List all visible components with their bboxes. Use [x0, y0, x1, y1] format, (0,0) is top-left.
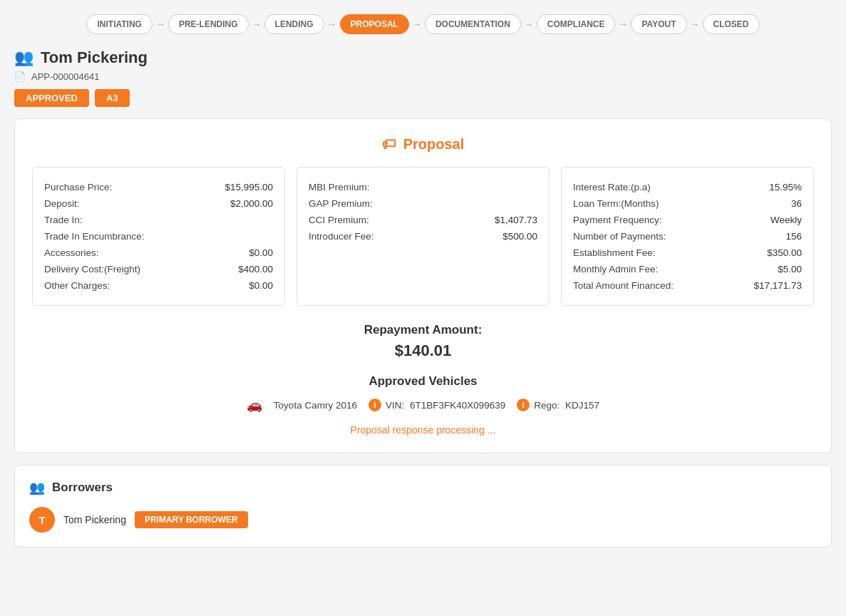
primary-borrower-badge: PRIMARY BORROWER	[135, 511, 248, 528]
badges-row: APPROVED A3	[14, 89, 832, 107]
arrow-6: →	[618, 19, 628, 30]
left-info-box: Purchase Price: $15,995.00 Deposit: $2,0…	[32, 167, 285, 306]
arrow-4: →	[412, 19, 422, 30]
deposit-label: Deposit:	[44, 198, 80, 209]
introducer-fee-row: Introducer Fee: $500.00	[309, 228, 537, 245]
borrowers-section: 👥 Borrowers T Tom Pickering PRIMARY BORR…	[14, 465, 832, 548]
step-pre-lending[interactable]: PRE-LENDING	[168, 14, 249, 34]
accessories-label: Accessories:	[44, 247, 99, 258]
app-id-text: APP-000004641	[31, 71, 99, 82]
establishment-fee-row: Establishment Fee: $350.00	[573, 245, 802, 261]
monthly-admin-fee-row: Monthly Admin Fee: $5.00	[573, 261, 802, 277]
proposal-icon: 🏷	[382, 136, 396, 153]
borrower-row: T Tom Pickering PRIMARY BORROWER	[29, 507, 817, 533]
vin-detail: i VIN: 6T1BF3FK40X099639	[368, 399, 505, 411]
num-payments-row: Number of Payments: 156	[573, 228, 802, 245]
proposal-card: 🏷 Proposal Purchase Price: $15,995.00 De…	[14, 118, 832, 453]
interest-rate-value: 15.95%	[769, 182, 802, 192]
purchase-price-value: $15,995.00	[225, 182, 273, 192]
app-id-row: 📄 APP-000004641	[14, 71, 832, 82]
vehicles-section: Approved Vehicles 🚗 Toyota Camry 2016 i …	[32, 374, 814, 413]
proposal-response[interactable]: Proposal response processing ...	[32, 424, 814, 436]
deposit-row: Deposit: $2,000.00	[44, 195, 273, 212]
loan-term-value: 36	[791, 198, 802, 209]
monthly-admin-fee-value: $5.00	[778, 264, 802, 274]
cci-premium-label: CCI Premium:	[309, 215, 369, 225]
gap-premium-label: GAP Premium:	[309, 198, 373, 209]
borrowers-title: Borrowers	[52, 481, 113, 495]
other-charges-row: Other Charges: $0.00	[44, 277, 273, 294]
proposal-columns: Purchase Price: $15,995.00 Deposit: $2,0…	[32, 167, 814, 306]
deposit-value: $2,000.00	[230, 198, 273, 209]
interest-rate-row: Interest Rate:(p.a) 15.95%	[573, 179, 802, 195]
repayment-amount: $140.01	[32, 342, 814, 360]
car-icon: 🚗	[247, 397, 262, 413]
trade-in-encumbrance-label: Trade In Encumbrance:	[44, 231, 145, 242]
other-charges-label: Other Charges:	[44, 280, 110, 291]
repayment-section: Repayment Amount: $140.01	[32, 323, 814, 360]
step-proposal[interactable]: PROPOSAL	[340, 14, 409, 34]
payment-frequency-value: Weekly	[770, 215, 802, 225]
rego-value: KDJ157	[565, 400, 599, 411]
a3-badge: A3	[95, 89, 130, 107]
vehicle-info-row: 🚗 Toyota Camry 2016 i VIN: 6T1BF3FK40X09…	[32, 397, 814, 413]
page: INITIATING → PRE-LENDING → LENDING → PRO…	[0, 0, 846, 616]
delivery-cost-label: Delivery Cost:(Freight)	[44, 264, 140, 274]
loan-term-row: Loan Term:(Months) 36	[573, 195, 802, 212]
proposal-title-text: Proposal	[403, 136, 465, 153]
borrower-name: Tom Pickering	[63, 514, 126, 525]
step-documentation[interactable]: DOCUMENTATION	[425, 14, 521, 34]
trade-in-row: Trade In:	[44, 212, 273, 228]
arrow-5: →	[524, 19, 534, 30]
vin-info-icon: i	[368, 399, 381, 411]
num-payments-label: Number of Payments:	[573, 231, 666, 242]
arrow-3: →	[327, 19, 337, 30]
delivery-cost-value: $400.00	[238, 264, 273, 274]
accessories-value: $0.00	[249, 247, 273, 258]
repayment-label: Repayment Amount:	[32, 323, 814, 337]
approved-badge: APPROVED	[14, 89, 89, 107]
trade-in-label: Trade In:	[44, 215, 83, 225]
vehicles-title: Approved Vehicles	[32, 374, 814, 389]
total-amount-financed-value: $17,171.73	[753, 280, 802, 291]
document-icon: 📄	[14, 71, 26, 82]
vin-label: VIN:	[386, 400, 404, 411]
vehicle-name: Toyota Camry 2016	[274, 400, 357, 411]
num-payments-value: 156	[785, 231, 802, 242]
header-section: 👥 Tom Pickering 📄 APP-000004641 APPROVED…	[14, 48, 832, 107]
customer-icon: 👥	[14, 48, 33, 67]
payment-frequency-label: Payment Frequency:	[573, 215, 662, 225]
introducer-fee-value: $500.00	[502, 231, 537, 242]
purchase-price-row: Purchase Price: $15,995.00	[44, 179, 273, 195]
mbi-premium-row: MBI Premium:	[309, 179, 537, 195]
delivery-cost-row: Delivery Cost:(Freight) $400.00	[44, 261, 273, 277]
arrow-1: →	[155, 19, 165, 30]
monthly-admin-fee-label: Monthly Admin Fee:	[573, 264, 658, 274]
step-closed[interactable]: CLOSED	[703, 14, 760, 34]
step-initiating[interactable]: INITIATING	[86, 14, 152, 34]
middle-info-box: MBI Premium: GAP Premium: CCI Premium: $…	[296, 167, 550, 306]
establishment-fee-label: Establishment Fee:	[573, 247, 656, 258]
accessories-row: Accessories: $0.00	[44, 245, 273, 261]
other-charges-value: $0.00	[249, 280, 273, 291]
customer-name-row: 👥 Tom Pickering	[14, 48, 832, 67]
right-info-box: Interest Rate:(p.a) 15.95% Loan Term:(Mo…	[561, 167, 814, 306]
introducer-fee-label: Introducer Fee:	[309, 231, 374, 242]
borrower-avatar: T	[29, 507, 55, 533]
establishment-fee-value: $350.00	[767, 247, 802, 258]
total-amount-financed-row: Total Amount Financed: $17,171.73	[573, 277, 802, 294]
step-payout[interactable]: PAYOUT	[631, 14, 686, 34]
cci-premium-row: CCI Premium: $1,407.73	[309, 212, 537, 228]
trade-in-encumbrance-row: Trade In Encumbrance:	[44, 228, 273, 245]
interest-rate-label: Interest Rate:(p.a)	[573, 182, 651, 192]
total-amount-financed-label: Total Amount Financed:	[573, 280, 674, 291]
customer-name: Tom Pickering	[41, 48, 148, 67]
step-lending[interactable]: LENDING	[264, 14, 324, 34]
purchase-price-label: Purchase Price:	[44, 182, 112, 192]
progress-bar: INITIATING → PRE-LENDING → LENDING → PRO…	[14, 14, 832, 34]
vin-value: 6T1BF3FK40X099639	[410, 400, 505, 411]
payment-frequency-row: Payment Frequency: Weekly	[573, 212, 802, 228]
step-compliance[interactable]: COMPLIANCE	[537, 14, 616, 34]
arrow-2: →	[252, 19, 262, 30]
gap-premium-row: GAP Premium:	[309, 195, 537, 212]
